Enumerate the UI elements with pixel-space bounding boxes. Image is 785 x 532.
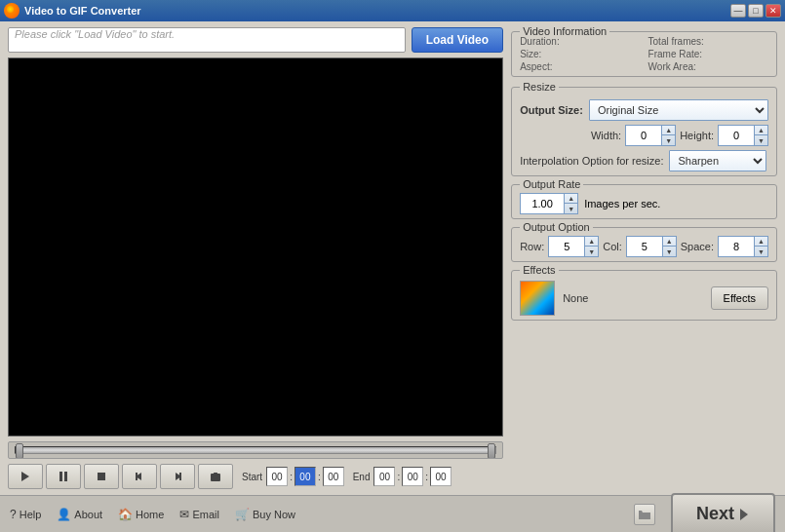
rate-spinner-btns: ▲ ▼: [564, 194, 577, 213]
app-icon: [4, 3, 20, 19]
col-input[interactable]: [627, 237, 662, 256]
row-spinner[interactable]: ▲ ▼: [548, 236, 599, 257]
interpolation-select[interactable]: Sharpen Bilinear Bicubic Nearest: [669, 150, 766, 171]
effects-button[interactable]: Effects: [711, 286, 768, 310]
interpolation-label: Interpolation Option for resize:: [520, 155, 663, 167]
seek-thumb-left[interactable]: [16, 443, 23, 459]
rate-down-button[interactable]: ▼: [564, 204, 577, 213]
buy-icon: 🛒: [235, 508, 250, 521]
rate-row: ▲ ▼ Images per sec.: [520, 193, 768, 214]
space-spinner[interactable]: ▲ ▼: [718, 236, 768, 257]
about-icon: 👤: [57, 508, 71, 521]
height-up-button[interactable]: ▲: [754, 126, 767, 135]
start-seconds[interactable]: [323, 467, 344, 486]
frame-rate-label: Frame Rate:: [648, 49, 703, 59]
seek-track: [15, 446, 496, 454]
duration-label: Duration:: [520, 36, 560, 47]
width-down-button[interactable]: ▼: [661, 135, 675, 145]
rate-up-button[interactable]: ▲: [564, 194, 577, 204]
top-bar: Please click "Load Video" to start. Load…: [8, 27, 503, 53]
play-button[interactable]: [8, 464, 43, 489]
height-spinner[interactable]: ▲ ▼: [718, 125, 768, 146]
svg-rect-2: [64, 472, 67, 481]
minimize-button[interactable]: —: [730, 4, 746, 18]
load-video-button[interactable]: Load Video: [412, 27, 503, 53]
height-down-button[interactable]: ▼: [754, 135, 767, 145]
restore-button[interactable]: □: [748, 4, 764, 18]
row-spinner-btns: ▲ ▼: [584, 237, 598, 256]
rate-label: Images per sec.: [584, 198, 660, 209]
width-up-button[interactable]: ▲: [661, 126, 675, 135]
col-label: Col:: [603, 241, 622, 252]
next-button[interactable]: Next: [671, 493, 775, 533]
row-up-button[interactable]: ▲: [584, 237, 598, 247]
email-link[interactable]: ✉ Email: [179, 508, 219, 521]
rate-input[interactable]: [521, 194, 564, 213]
close-button[interactable]: ✕: [765, 4, 781, 18]
file-path-display: Please click "Load Video" to start.: [8, 27, 406, 53]
home-link[interactable]: 🏠 Home: [118, 508, 164, 521]
width-spinner[interactable]: ▲ ▼: [625, 125, 676, 146]
svg-marker-11: [740, 509, 748, 520]
height-label: Height:: [680, 130, 714, 141]
col-down-button[interactable]: ▼: [662, 247, 676, 256]
end-hours[interactable]: [373, 467, 395, 486]
output-rate-title: Output Rate: [520, 178, 583, 190]
aspect-label: Aspect:: [520, 61, 552, 72]
resize-panel: Resize Output Size: Original Size 320x24…: [511, 87, 777, 176]
width-input[interactable]: [626, 126, 661, 145]
effect-preview-image: [520, 281, 555, 316]
video-preview: [8, 57, 503, 437]
space-up-button[interactable]: ▲: [754, 237, 767, 247]
space-down-button[interactable]: ▼: [754, 247, 767, 256]
seek-bar[interactable]: [8, 441, 503, 459]
resize-title: Resize: [520, 81, 559, 93]
folder-button[interactable]: [634, 504, 655, 525]
row-down-button[interactable]: ▼: [584, 247, 598, 256]
home-label: Home: [136, 509, 164, 520]
rate-spinner[interactable]: ▲ ▼: [520, 193, 578, 214]
output-option-panel: Output Option Row: ▲ ▼ Col: ▲ ▼: [511, 227, 777, 262]
app-title: Video to GIF Converter: [24, 5, 730, 17]
svg-rect-1: [59, 472, 62, 481]
prev-frame-button[interactable]: [122, 464, 157, 489]
svg-rect-3: [98, 473, 105, 480]
buy-link[interactable]: 🛒 Buy Now: [235, 508, 295, 521]
effects-panel: Effects None Effects: [511, 270, 777, 321]
email-icon: ✉: [179, 508, 189, 521]
col-spinner[interactable]: ▲ ▼: [626, 236, 677, 257]
help-link[interactable]: ? Help: [10, 508, 41, 521]
end-minutes[interactable]: [402, 467, 423, 486]
space-label: Space:: [681, 241, 714, 252]
output-size-select[interactable]: Original Size 320x240 640x480 800x600: [589, 99, 768, 121]
email-label: Email: [192, 509, 219, 520]
video-info-grid: Duration: Total frames: Size: Frame Rate…: [520, 36, 768, 72]
buy-label: Buy Now: [253, 509, 295, 520]
svg-rect-10: [214, 473, 217, 475]
help-icon: ?: [10, 508, 17, 521]
pause-button[interactable]: [46, 464, 81, 489]
seek-thumb-right[interactable]: [488, 443, 495, 459]
start-label: Start: [240, 472, 264, 482]
row-label: Row:: [520, 241, 544, 252]
snapshot-button[interactable]: [198, 464, 233, 489]
about-link[interactable]: 👤 About: [57, 508, 102, 521]
height-input[interactable]: [719, 126, 754, 145]
end-seconds[interactable]: [430, 467, 451, 486]
start-minutes[interactable]: [294, 467, 316, 486]
help-label: Help: [20, 509, 42, 520]
col-spinner-btns: ▲ ▼: [662, 237, 676, 256]
start-hours[interactable]: [266, 467, 288, 486]
row-input[interactable]: [549, 237, 584, 256]
next-frame-button[interactable]: [160, 464, 195, 489]
col-up-button[interactable]: ▲: [662, 237, 676, 247]
frame-rate-row: Frame Rate:: [648, 49, 768, 59]
aspect-row: Aspect:: [520, 61, 640, 72]
effects-title: Effects: [520, 264, 558, 276]
main-content: Please click "Load Video" to start. Load…: [0, 21, 785, 495]
stop-button[interactable]: [84, 464, 119, 489]
height-spinner-btns: ▲ ▼: [754, 126, 767, 145]
space-input[interactable]: [719, 237, 754, 256]
total-frames-label: Total frames:: [648, 36, 704, 47]
controls-row: Start : : End : :: [8, 464, 503, 489]
